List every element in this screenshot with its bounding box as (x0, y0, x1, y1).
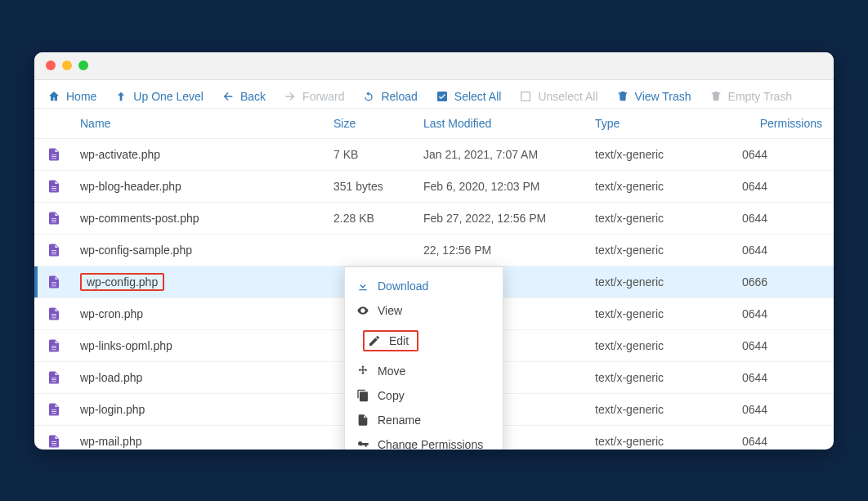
eye-icon (356, 304, 369, 317)
empty-trash-button: Empty Trash (708, 87, 794, 106)
arrow-left-icon (221, 90, 235, 103)
file-name: wp-blog-header.php (80, 180, 333, 193)
document-icon (46, 369, 62, 387)
menu-move-label: Move (378, 365, 405, 378)
file-permissions: 0644 (742, 212, 822, 225)
menu-view-label: View (378, 304, 402, 317)
view-trash-button[interactable]: View Trash (615, 87, 693, 106)
file-modified: Feb 27, 2022, 12:56 PM (423, 212, 595, 225)
document-icon (46, 400, 62, 418)
unselect-all-label: Unselect All (538, 90, 597, 103)
content-area: Name Size Last Modified Type Permissions… (34, 109, 834, 450)
menu-view[interactable]: View (345, 298, 503, 323)
forward-label: Forward (302, 90, 344, 103)
home-button[interactable]: Home (46, 87, 98, 106)
move-icon (356, 365, 369, 378)
document-icon (46, 305, 62, 323)
select-all-button[interactable]: Select All (434, 87, 503, 106)
file-type: text/x-generic (595, 403, 742, 416)
up-one-level-button[interactable]: Up One Level (113, 87, 205, 106)
file-size: 2.28 KB (333, 212, 423, 225)
file-modified: Jan 21, 2021, 7:07 AM (423, 148, 595, 161)
file-size: 7 KB (333, 148, 423, 161)
file-name: wp-login.php (80, 403, 333, 416)
key-icon (356, 438, 369, 450)
file-permissions: 0644 (742, 403, 822, 416)
document-icon (46, 432, 62, 450)
file-manager-window: Home Up One Level Back Forward Reload Se… (34, 52, 834, 450)
arrow-up-icon (114, 90, 128, 103)
menu-rename[interactable]: Rename (345, 408, 503, 432)
column-headers: Name Size Last Modified Type Permissions (34, 109, 834, 139)
column-type[interactable]: Type (595, 117, 742, 130)
file-name: wp-links-opml.php (80, 339, 333, 352)
minimize-window-icon[interactable] (62, 60, 72, 70)
column-size[interactable]: Size (333, 117, 423, 130)
file-permissions: 0644 (742, 148, 822, 161)
file-modified: 22, 12:56 PM (423, 244, 595, 257)
file-modified: Feb 6, 2020, 12:03 PM (423, 180, 595, 193)
close-window-icon[interactable] (46, 60, 56, 70)
file-row[interactable]: wp-blog-header.php351 bytesFeb 6, 2020, … (34, 171, 834, 203)
home-label: Home (66, 90, 96, 103)
file-size: 351 bytes (333, 180, 423, 193)
select-all-label: Select All (454, 90, 502, 103)
file-row[interactable]: wp-activate.php7 KBJan 21, 2021, 7:07 AM… (34, 139, 834, 171)
document-icon (46, 209, 62, 227)
file-name: wp-mail.php (80, 435, 333, 448)
trash-empty-icon (709, 90, 723, 103)
file-permissions: 0644 (742, 244, 822, 257)
document-icon (46, 273, 62, 291)
file-permissions: 0644 (742, 180, 822, 193)
column-name[interactable]: Name (80, 117, 333, 130)
column-permissions[interactable]: Permissions (742, 117, 822, 130)
file-type: text/x-generic (595, 339, 742, 352)
menu-download-label: Download (378, 280, 428, 293)
file-row[interactable]: wp-config-sample.php22, 12:56 PMtext/x-g… (34, 235, 834, 266)
back-label: Back (240, 90, 266, 103)
file-permissions: 0644 (742, 435, 822, 448)
file-type: text/x-generic (595, 180, 742, 193)
file-type: text/x-generic (595, 148, 742, 161)
menu-move[interactable]: Move (345, 359, 503, 383)
arrow-right-icon (284, 90, 297, 103)
forward-button: Forward (282, 87, 346, 106)
file-name: wp-config-sample.php (80, 244, 333, 257)
file-type: text/x-generic (595, 435, 742, 448)
file-type: text/x-generic (595, 275, 742, 289)
reload-button[interactable]: Reload (360, 87, 418, 106)
copy-icon (356, 389, 369, 402)
home-icon (47, 90, 60, 103)
file-name: wp-activate.php (80, 148, 333, 161)
view-trash-label: View Trash (635, 90, 691, 103)
column-modified[interactable]: Last Modified (423, 117, 595, 130)
pencil-icon (368, 334, 381, 347)
menu-download[interactable]: Download (345, 274, 503, 298)
file-permissions: 0644 (742, 339, 822, 352)
file-type: text/x-generic (595, 371, 742, 384)
up-label: Up One Level (133, 90, 204, 103)
checkbox-checked-icon (436, 90, 449, 103)
file-permissions: 0644 (742, 371, 822, 384)
reload-label: Reload (381, 90, 417, 103)
menu-edit-label: Edit (389, 334, 409, 347)
empty-trash-label: Empty Trash (728, 90, 793, 103)
menu-rename-label: Rename (378, 414, 421, 427)
file-name: wp-comments-post.php (80, 212, 333, 225)
maximize-window-icon[interactable] (78, 60, 88, 70)
document-icon (46, 177, 62, 195)
document-icon (46, 145, 62, 163)
file-name: wp-cron.php (80, 307, 333, 320)
file-type: text/x-generic (595, 212, 742, 225)
window-titlebar (34, 52, 834, 80)
unselect-all-button: Unselect All (517, 87, 599, 106)
file-row[interactable]: wp-comments-post.php2.28 KBFeb 27, 2022,… (34, 203, 834, 235)
document-icon (46, 337, 62, 355)
back-button[interactable]: Back (220, 87, 267, 106)
menu-edit[interactable]: Edit (351, 324, 496, 357)
menu-change-permissions-label: Change Permissions (378, 438, 483, 450)
menu-change-permissions[interactable]: Change Permissions (345, 432, 503, 450)
file-icon (356, 414, 369, 427)
menu-copy[interactable]: Copy (345, 383, 503, 408)
trash-icon (616, 90, 629, 103)
